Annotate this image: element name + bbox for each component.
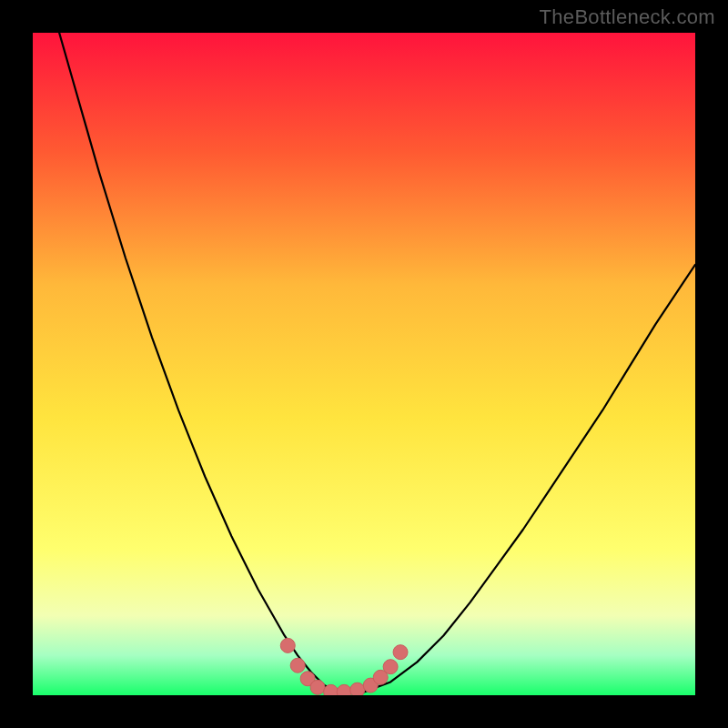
marker-point: [280, 638, 295, 652]
marker-point: [383, 660, 398, 674]
chart-frame: TheBottleneck.com: [0, 0, 728, 728]
marker-point: [350, 682, 365, 695]
plot-area: [33, 33, 695, 695]
highlighted-points: [33, 33, 695, 695]
marker-point: [337, 684, 351, 695]
watermark-text: TheBottleneck.com: [540, 5, 715, 29]
marker-point: [393, 645, 408, 660]
marker-point: [290, 658, 305, 672]
marker-point: [324, 684, 339, 695]
marker-point: [310, 680, 325, 694]
